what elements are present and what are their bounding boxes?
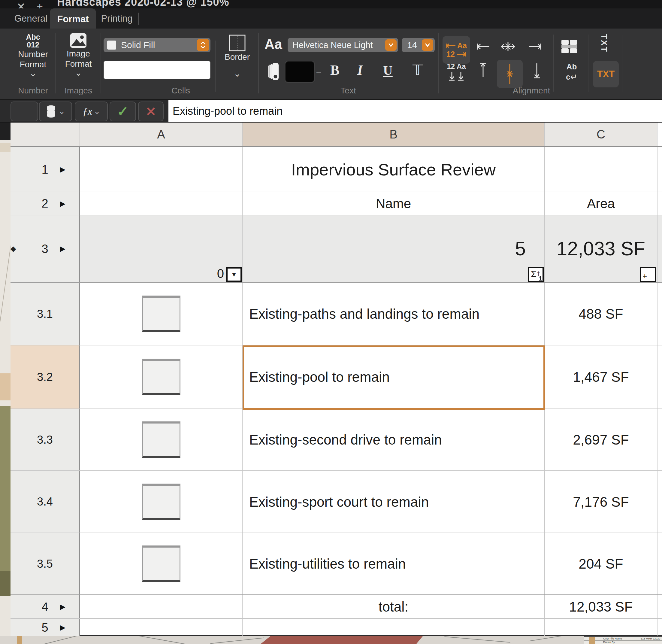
cell-b3-4[interactable]: Existing-sport court to remain <box>242 471 545 533</box>
underline-button[interactable]: U <box>383 63 393 78</box>
confirm-button[interactable]: ✓ <box>110 101 136 121</box>
vertical-text-button[interactable]: TXT <box>599 34 609 53</box>
cell-a3-2[interactable] <box>80 345 242 409</box>
font-name-dropdown[interactable]: Helvetica Neue Light <box>288 38 398 52</box>
txt-display-toggle[interactable]: TXT <box>593 61 619 87</box>
cell-c3-3[interactable]: 2,697 SF <box>545 409 658 470</box>
fill-style-stepper[interactable] <box>197 39 209 51</box>
font-size-dropdown[interactable]: 14 <box>402 38 435 52</box>
cell-a3[interactable]: 0 ▼ <box>80 215 242 282</box>
border-button[interactable]: Border ⌄ <box>221 34 254 76</box>
cell-c5[interactable] <box>545 619 658 636</box>
text-outline-button[interactable]: 𝕋 <box>412 62 423 78</box>
row-header-3-1[interactable]: 3.1 <box>10 283 80 345</box>
cell-b3-5[interactable]: Existing-utilities to remain <box>242 533 545 594</box>
disclosure-icon[interactable]: ▶ <box>60 245 66 253</box>
cell-a3-4[interactable] <box>80 471 242 533</box>
font-size-chevron[interactable] <box>422 39 433 51</box>
cell-b1[interactable]: Impervious Surface Review <box>242 147 545 192</box>
row-header-3-2[interactable]: 3.2 <box>10 345 80 409</box>
cell-c3-4[interactable]: 7,176 SF <box>545 471 658 533</box>
align-right-icon[interactable] <box>528 43 542 50</box>
cell-b3-2-selected[interactable]: Existing-pool to remain <box>242 345 545 409</box>
align-center-icon[interactable] <box>501 42 515 51</box>
bold-button[interactable]: B <box>330 62 339 78</box>
column-header-c[interactable]: C <box>545 122 658 146</box>
formula-input[interactable] <box>168 100 662 122</box>
disclosure-icon[interactable]: ▶ <box>60 165 66 174</box>
cell-b3-1[interactable]: Existing-paths and landings to remain <box>242 283 545 345</box>
table-row-selected: 3.2 Existing-pool to remain 1,467 SF <box>10 345 662 409</box>
cell-c3-5[interactable]: 204 SF <box>545 533 658 594</box>
cancel-x-icon: ✕ <box>146 104 156 119</box>
wrap-text-button[interactable]: Ab c ↵ <box>562 62 581 82</box>
bg-olive-patch <box>0 406 10 571</box>
valign-center-button[interactable] <box>497 60 523 88</box>
cell-a4[interactable] <box>80 595 242 618</box>
add-column-button[interactable]: + <box>640 267 656 282</box>
disclosure-icon[interactable]: ▶ <box>60 200 66 208</box>
cell-a1[interactable] <box>80 147 242 192</box>
database-menu-button[interactable]: ⌄ <box>39 101 72 121</box>
cell-b4[interactable]: total: <box>242 595 545 618</box>
column-header-a[interactable]: A <box>80 122 242 146</box>
fill-preview-swatch <box>142 359 181 395</box>
image-format-button[interactable]: Image Format ⌄ <box>58 33 98 76</box>
row-header-1[interactable]: 1 ▶ <box>10 147 80 192</box>
row-header-3-4[interactable]: 3.4 <box>10 471 80 533</box>
row-height-button[interactable]: 12 Aa <box>445 62 468 81</box>
cell-a5[interactable] <box>80 619 242 636</box>
cell-a3-1[interactable] <box>80 283 242 345</box>
function-menu-button[interactable]: ƒx ⌄ <box>75 101 108 121</box>
font-name-chevron[interactable] <box>385 39 397 51</box>
tab-format[interactable]: Format <box>50 8 96 30</box>
cell-b3-3[interactable]: Existing-second drive to remain <box>242 409 545 470</box>
tab-printing[interactable]: Printing <box>98 8 136 28</box>
column-header-b[interactable]: B <box>242 122 545 146</box>
sort-dropdown-button[interactable]: ▼ <box>226 267 242 282</box>
chevron-down-icon: ⌄ <box>59 109 65 114</box>
cell-c3[interactable]: 12,033 SF + <box>545 215 658 282</box>
italic-button[interactable]: I <box>357 62 363 78</box>
cell-b5[interactable] <box>242 619 545 636</box>
close-icon[interactable]: ✕ <box>17 1 25 8</box>
row-header-2[interactable]: 2 ▶ <box>10 192 80 215</box>
disclosure-icon[interactable]: ▶ <box>60 623 66 632</box>
disclosure-icon[interactable]: ▶ <box>60 602 66 611</box>
autofit-alignment-button[interactable]: Aa 12 <box>443 36 470 64</box>
align-left-icon[interactable] <box>477 43 490 50</box>
cell-c3-2[interactable]: 1,467 SF <box>545 345 658 409</box>
fill-style-dropdown[interactable]: Solid Fill <box>103 38 210 52</box>
cell-c2[interactable]: Area <box>545 192 658 215</box>
group-divider <box>100 33 101 93</box>
valign-bottom-icon[interactable] <box>533 63 541 78</box>
add-worksheet-icon[interactable]: + <box>37 1 43 8</box>
text-color-well[interactable] <box>285 61 314 82</box>
cell-a2[interactable] <box>80 192 242 215</box>
row-header-3-5[interactable]: 3.5 <box>10 533 80 594</box>
row-header-3-3[interactable]: 3.3 <box>10 409 80 470</box>
cell-reference-box[interactable] <box>10 101 38 121</box>
cell-a3-3[interactable] <box>80 409 242 470</box>
cell-c1[interactable] <box>545 147 658 192</box>
row-header-3[interactable]: ◆ 3 ▶ <box>10 215 80 282</box>
tab-general[interactable]: General <box>12 8 50 28</box>
text-color-swatches-icon[interactable] <box>266 62 279 81</box>
row-header-5[interactable]: 5 ▶ <box>10 619 80 636</box>
number-format-button[interactable]: Abc 012 Number Format ⌄ <box>12 33 54 76</box>
cancel-button[interactable]: ✕ <box>138 101 164 121</box>
row-header-4[interactable]: 4 ▶ <box>10 595 80 618</box>
fill-color-well[interactable] <box>103 61 210 79</box>
border-icon <box>229 34 245 51</box>
cell-c3-1[interactable]: 488 SF <box>545 283 658 345</box>
cell-a3-5[interactable] <box>80 533 242 594</box>
cell-b3[interactable]: 5 Σ↑ 1 <box>242 215 545 282</box>
bg-tan-bar-right <box>589 637 595 644</box>
merge-cells-icon[interactable] <box>561 39 577 54</box>
sum-function-button[interactable]: Σ↑ 1 <box>528 267 544 282</box>
cell-b2[interactable]: Name <box>242 192 545 215</box>
valign-top-icon[interactable] <box>479 63 487 78</box>
group-label-number: Number <box>12 86 54 95</box>
corner-header[interactable] <box>10 122 80 146</box>
cell-c4[interactable]: 12,033 SF <box>545 595 658 618</box>
